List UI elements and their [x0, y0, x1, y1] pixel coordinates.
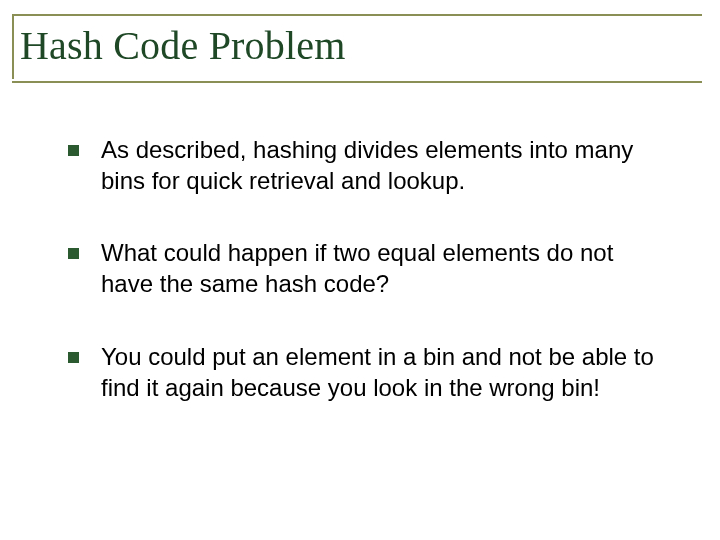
title-rule-top-left: Hash Code Problem: [12, 14, 702, 79]
square-bullet-icon: [68, 145, 79, 156]
bullet-text: As described, hashing divides elements i…: [101, 135, 660, 196]
title-rule-bottom: Hash Code Problem: [12, 14, 702, 83]
bullet-text: You could put an element in a bin and no…: [101, 342, 660, 403]
square-bullet-icon: [68, 248, 79, 259]
list-item: You could put an element in a bin and no…: [68, 342, 660, 403]
list-item: What could happen if two equal elements …: [68, 238, 660, 299]
slide: Hash Code Problem As described, hashing …: [0, 14, 720, 540]
slide-body: As described, hashing divides elements i…: [0, 83, 720, 403]
slide-title: Hash Code Problem: [20, 22, 702, 69]
bullet-text: What could happen if two equal elements …: [101, 238, 660, 299]
list-item: As described, hashing divides elements i…: [68, 135, 660, 196]
square-bullet-icon: [68, 352, 79, 363]
